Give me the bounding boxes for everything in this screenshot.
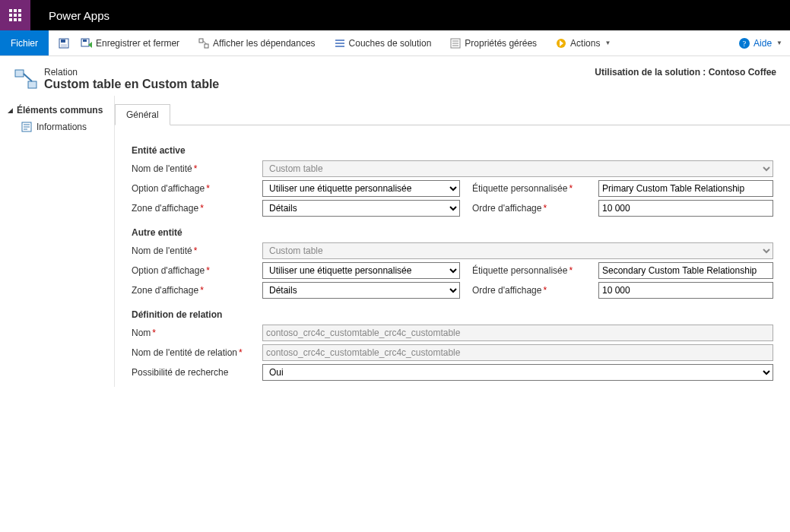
- svg-rect-14: [199, 39, 203, 43]
- actions-label: Actions: [570, 38, 600, 49]
- section-relationship-definition: Définition de relation: [132, 309, 773, 320]
- searchable-select[interactable]: Oui: [262, 364, 773, 381]
- svg-rect-19: [335, 46, 344, 47]
- svg-text:?: ?: [743, 40, 747, 48]
- svg-rect-2: [18, 9, 21, 12]
- managed-properties-label: Propriétés gérées: [465, 38, 537, 49]
- chevron-down-icon: ▼: [604, 40, 611, 46]
- svg-rect-27: [15, 70, 24, 77]
- file-menu-button[interactable]: Fichier: [0, 30, 49, 55]
- label-display-option-2: Option d'affichage*: [132, 265, 250, 276]
- label-custom-label-2: Étiquette personnalisée*: [472, 265, 586, 276]
- svg-rect-10: [61, 40, 65, 43]
- custom-label-2-input[interactable]: [598, 262, 773, 279]
- solution-layers-button[interactable]: Couches de solution: [331, 34, 435, 52]
- label-display-option-1: Option d'affichage*: [132, 183, 250, 194]
- show-dependencies-button[interactable]: Afficher les dépendances: [195, 34, 319, 52]
- save-button[interactable]: [55, 34, 73, 52]
- svg-rect-3: [9, 14, 12, 17]
- label-rel-name: Nom*: [132, 328, 250, 338]
- page-header-text: Relation Custom table en Custom table: [44, 67, 219, 91]
- nav-group-common[interactable]: ◢ Éléments communs: [0, 102, 114, 119]
- svg-rect-6: [9, 18, 12, 21]
- solution-name: Contoso Coffee: [709, 67, 776, 78]
- relationship-entity-name-input[interactable]: [262, 344, 773, 361]
- nav-item-information[interactable]: Informations: [0, 119, 114, 135]
- svg-rect-8: [18, 18, 21, 21]
- actions-icon: [555, 37, 567, 49]
- managed-properties-button[interactable]: Propriétés gérées: [446, 34, 540, 52]
- label-display-area-1: Zone d'affichage*: [132, 203, 250, 214]
- label-display-order-1: Ordre d'affichage*: [472, 203, 586, 214]
- actions-menu-button[interactable]: Actions ▼: [552, 34, 614, 52]
- entity-name-2-select[interactable]: Custom table: [262, 242, 773, 259]
- collapse-icon: ◢: [8, 106, 14, 114]
- form-icon: [21, 122, 32, 132]
- label-entity-name-1: Nom de l'entité*: [132, 163, 250, 174]
- svg-rect-7: [14, 18, 17, 21]
- relationship-icon: [14, 67, 38, 91]
- help-label: Aide: [754, 38, 772, 49]
- custom-label-1-input[interactable]: [598, 180, 773, 197]
- top-bar: Power Apps: [0, 0, 790, 30]
- svg-rect-18: [335, 43, 344, 44]
- display-option-1-select[interactable]: Utiliser une étiquette personnalisée: [262, 180, 460, 197]
- display-order-1-input[interactable]: [598, 200, 773, 217]
- entity-name-1-select[interactable]: Custom table: [262, 160, 773, 177]
- layers-icon: [334, 37, 346, 49]
- svg-rect-28: [28, 81, 36, 88]
- solution-usage: Utilisation de la solution : Contoso Cof…: [595, 67, 776, 91]
- save-icon: [58, 37, 70, 49]
- help-menu-button[interactable]: ? Aide ▼: [738, 30, 782, 55]
- svg-line-29: [24, 74, 32, 81]
- waffle-icon: [9, 9, 21, 21]
- svg-rect-13: [83, 40, 87, 42]
- label-custom-label-1: Étiquette personnalisée*: [472, 183, 586, 194]
- dependencies-icon: [198, 37, 210, 49]
- nav-group-label: Éléments communs: [17, 105, 103, 116]
- page-supertitle: Relation: [44, 67, 219, 78]
- tab-general[interactable]: Général: [115, 104, 170, 125]
- tab-strip: Général: [115, 103, 790, 125]
- app-title: Power Apps: [49, 9, 109, 22]
- svg-rect-4: [14, 14, 17, 17]
- label-rel-entity-name: Nom de l'entité de relation*: [132, 347, 250, 358]
- solution-prefix: Utilisation de la solution :: [595, 67, 706, 78]
- solution-layers-label: Couches de solution: [349, 38, 432, 49]
- display-option-2-select[interactable]: Utiliser une étiquette personnalisée: [262, 262, 460, 279]
- relationship-name-input[interactable]: [262, 325, 773, 341]
- left-nav: ◢ Éléments communs Informations: [0, 96, 115, 387]
- page-header: Relation Custom table en Custom table Ut…: [0, 56, 790, 96]
- display-area-1-select[interactable]: Détails: [262, 200, 460, 217]
- page-title: Custom table en Custom table: [44, 78, 219, 91]
- save-close-button[interactable]: Enregistrer et fermer: [78, 34, 182, 52]
- svg-rect-17: [335, 40, 344, 41]
- label-display-order-2: Ordre d'affichage*: [472, 285, 586, 296]
- save-close-icon: [81, 37, 93, 49]
- svg-rect-1: [14, 9, 17, 12]
- app-launcher-button[interactable]: [0, 0, 30, 30]
- help-icon: ?: [738, 37, 750, 49]
- nav-item-label: Informations: [36, 122, 87, 132]
- show-dependencies-label: Afficher les dépendances: [213, 38, 316, 49]
- label-searchable: Possibilité de recherche: [132, 367, 250, 378]
- command-bar: Fichier Enregistrer et fermer Afficher l…: [0, 30, 790, 56]
- label-display-area-2: Zone d'affichage*: [132, 285, 250, 296]
- display-order-2-input[interactable]: [598, 282, 773, 299]
- section-active-entity: Entité active: [132, 145, 773, 156]
- properties-icon: [449, 37, 462, 49]
- svg-rect-5: [18, 14, 21, 17]
- svg-rect-11: [61, 44, 67, 47]
- label-entity-name-2: Nom de l'entité*: [132, 245, 250, 256]
- svg-rect-15: [205, 44, 208, 48]
- svg-rect-0: [9, 9, 12, 12]
- save-close-label: Enregistrer et fermer: [96, 38, 179, 49]
- svg-line-16: [203, 40, 207, 44]
- section-other-entity: Autre entité: [132, 227, 773, 238]
- display-area-2-select[interactable]: Détails: [262, 282, 460, 299]
- chevron-down-icon: ▼: [776, 40, 782, 46]
- main-content: Général Entité active Nom de l'entité* C…: [115, 96, 790, 387]
